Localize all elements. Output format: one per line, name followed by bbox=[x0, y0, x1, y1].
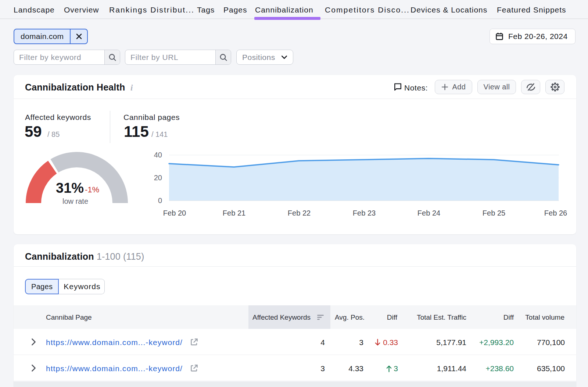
svg-text:Feb 26: Feb 26 bbox=[544, 209, 567, 217]
svg-text:Feb 23: Feb 23 bbox=[353, 209, 376, 217]
svg-text:Feb 20: Feb 20 bbox=[163, 209, 186, 217]
svg-text:Feb 25: Feb 25 bbox=[483, 209, 505, 217]
svg-text:20: 20 bbox=[154, 174, 162, 182]
svg-text:0: 0 bbox=[158, 196, 162, 205]
svg-text:40: 40 bbox=[154, 151, 162, 159]
svg-text:Feb 22: Feb 22 bbox=[288, 209, 311, 217]
svg-text:Feb 24: Feb 24 bbox=[417, 209, 440, 217]
svg-text:Feb 21: Feb 21 bbox=[223, 209, 245, 217]
